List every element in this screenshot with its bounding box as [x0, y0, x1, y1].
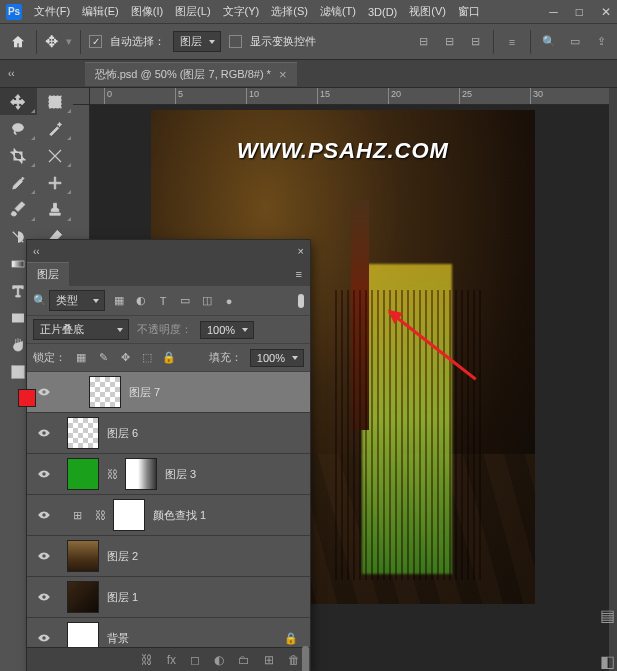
- visibility-toggle[interactable]: [29, 592, 59, 602]
- auto-select-dropdown[interactable]: 图层: [173, 31, 221, 52]
- lock-icon[interactable]: 🔒: [284, 632, 298, 645]
- mask-thumbnail[interactable]: [125, 458, 157, 490]
- align-left-icon[interactable]: ⊟: [415, 34, 431, 50]
- layer-row[interactable]: ⊞ ⛓ 颜色查找 1: [27, 495, 310, 536]
- move-tool-icon[interactable]: ✥: [45, 32, 58, 51]
- panel-icon[interactable]: ▤: [599, 607, 615, 623]
- mask-thumbnail[interactable]: [113, 499, 145, 531]
- eyedropper-tool[interactable]: [0, 169, 37, 196]
- brush-tool[interactable]: [0, 196, 37, 223]
- layer-name[interactable]: 图层 3: [165, 467, 196, 482]
- layer-name[interactable]: 背景: [107, 631, 129, 646]
- layer-thumbnail[interactable]: [67, 622, 99, 647]
- search-icon[interactable]: 🔍: [541, 34, 557, 50]
- link-icon[interactable]: ⛓: [107, 467, 117, 481]
- layer-row[interactable]: 背景 🔒: [27, 618, 310, 647]
- menu-edit[interactable]: 编辑(E): [82, 4, 119, 19]
- menu-select[interactable]: 选择(S): [271, 4, 308, 19]
- new-layer-icon[interactable]: ⊞: [264, 653, 274, 667]
- panel-menu-icon[interactable]: ≡: [288, 262, 310, 286]
- filter-text-icon[interactable]: T: [155, 293, 171, 309]
- layer-row[interactable]: ⛓ 图层 3: [27, 454, 310, 495]
- window-maximize-icon[interactable]: □: [576, 5, 583, 19]
- adjustment-icon[interactable]: ◐: [214, 653, 224, 667]
- layer-row[interactable]: 图层 6: [27, 413, 310, 454]
- layer-thumbnail[interactable]: [67, 540, 99, 572]
- panel-icon[interactable]: ◧: [599, 653, 615, 669]
- lock-position-icon[interactable]: ✥: [118, 351, 132, 365]
- group-icon[interactable]: 🗀: [238, 653, 250, 667]
- menu-filter[interactable]: 滤镜(T): [320, 4, 356, 19]
- layer-thumbnail[interactable]: [89, 376, 121, 408]
- layer-thumbnail[interactable]: [67, 417, 99, 449]
- visibility-toggle[interactable]: [29, 510, 59, 520]
- filter-toggle[interactable]: [298, 294, 304, 308]
- menu-image[interactable]: 图像(I): [131, 4, 163, 19]
- menu-window[interactable]: 窗口: [458, 4, 480, 19]
- layer-row[interactable]: 图层 2: [27, 536, 310, 577]
- layer-thumbnail[interactable]: [67, 458, 99, 490]
- lock-brush-icon[interactable]: ✎: [96, 351, 110, 365]
- panel-close-icon[interactable]: ×: [298, 245, 304, 257]
- layer-row[interactable]: 图层 7: [27, 372, 310, 413]
- distribute-icon[interactable]: ≡: [504, 34, 520, 50]
- home-icon[interactable]: [8, 32, 28, 52]
- lock-pixels-icon[interactable]: ▦: [74, 351, 88, 365]
- mask-icon[interactable]: ◻: [190, 653, 200, 667]
- align-right-icon[interactable]: ⊟: [467, 34, 483, 50]
- lock-all-icon[interactable]: 🔒: [162, 351, 176, 365]
- panel-titlebar[interactable]: ‹‹ ×: [27, 240, 310, 262]
- layer-name[interactable]: 图层 1: [107, 590, 138, 605]
- layer-thumbnail[interactable]: [67, 581, 99, 613]
- scrollbar[interactable]: [302, 646, 309, 671]
- lock-artboard-icon[interactable]: ⬚: [140, 351, 154, 365]
- layer-name[interactable]: 图层 6: [107, 426, 138, 441]
- foreground-color[interactable]: [18, 389, 36, 407]
- filter-pixel-icon[interactable]: ▦: [111, 293, 127, 309]
- layer-name[interactable]: 颜色查找 1: [153, 508, 206, 523]
- filter-smart-icon[interactable]: ◫: [199, 293, 215, 309]
- filter-shape-icon[interactable]: ▭: [177, 293, 193, 309]
- layer-name[interactable]: 图层 7: [129, 385, 160, 400]
- visibility-toggle[interactable]: [29, 469, 59, 479]
- menu-3d[interactable]: 3D(D): [368, 6, 397, 18]
- document-tab[interactable]: 恐怖.psd @ 50% (图层 7, RGB/8#) * ×: [85, 62, 297, 86]
- collapse-icon[interactable]: ‹‹: [33, 246, 40, 257]
- blend-mode-dropdown[interactable]: 正片叠底: [33, 319, 129, 340]
- link-layers-icon[interactable]: ⛓: [141, 653, 153, 667]
- crop-tool[interactable]: [0, 142, 37, 169]
- filter-adjust-icon[interactable]: ◐: [133, 293, 149, 309]
- arrangement-icon[interactable]: ▭: [567, 34, 583, 50]
- link-icon[interactable]: ⛓: [95, 508, 105, 522]
- marquee-tool[interactable]: [37, 88, 74, 115]
- menu-file[interactable]: 文件(F): [34, 4, 70, 19]
- fill-input[interactable]: 100%: [250, 349, 304, 367]
- window-minimize-icon[interactable]: ─: [549, 5, 558, 19]
- lasso-tool[interactable]: [0, 115, 37, 142]
- visibility-toggle[interactable]: [29, 428, 59, 438]
- share-icon[interactable]: ⇪: [593, 34, 609, 50]
- filter-artboard-icon[interactable]: ●: [221, 293, 237, 309]
- auto-select-checkbox[interactable]: [89, 35, 102, 48]
- layer-name[interactable]: 图层 2: [107, 549, 138, 564]
- menu-text[interactable]: 文字(Y): [223, 4, 260, 19]
- slice-tool[interactable]: [37, 142, 74, 169]
- move-tool[interactable]: [0, 88, 37, 115]
- layer-row[interactable]: 图层 1: [27, 577, 310, 618]
- stamp-tool[interactable]: [37, 196, 74, 223]
- visibility-toggle[interactable]: [29, 551, 59, 561]
- delete-icon[interactable]: 🗑: [288, 653, 300, 667]
- collapse-tabs-icon[interactable]: ‹‹: [8, 68, 15, 79]
- fx-icon[interactable]: fx: [167, 653, 176, 667]
- close-tab-icon[interactable]: ×: [279, 67, 287, 82]
- menu-view[interactable]: 视图(V): [409, 4, 446, 19]
- magic-wand-tool[interactable]: [37, 115, 74, 142]
- layers-tab[interactable]: 图层: [27, 262, 69, 286]
- healing-tool[interactable]: [37, 169, 74, 196]
- ruler-horizontal[interactable]: 0 5 10 15 20 25 30: [90, 88, 617, 105]
- filter-search-icon[interactable]: 🔍: [33, 294, 43, 307]
- window-close-icon[interactable]: ✕: [601, 5, 611, 19]
- menu-layer[interactable]: 图层(L): [175, 4, 210, 19]
- show-transform-checkbox[interactable]: [229, 35, 242, 48]
- align-center-icon[interactable]: ⊟: [441, 34, 457, 50]
